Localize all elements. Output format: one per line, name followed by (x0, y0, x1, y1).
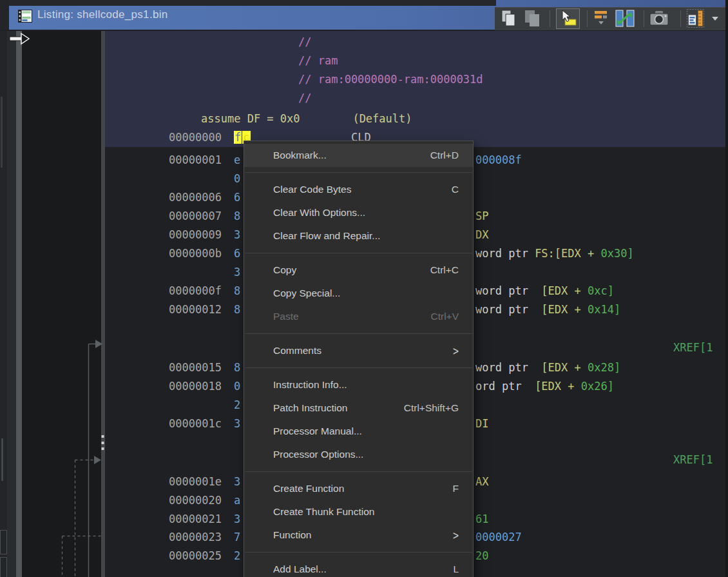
address-cell: 00000000 (169, 129, 222, 146)
menu-separator (244, 328, 473, 339)
menu-item-shortcut: Ctrl+V (431, 311, 459, 322)
menu-item-processor-options[interactable]: Processor Options... (244, 443, 473, 466)
snapshot-icon[interactable] (649, 10, 669, 28)
ghidra-listing-window: //// ram// ram:00000000-ram:0000031d//00… (0, 0, 728, 577)
menu-item-bookmark[interactable]: Bookmark...Ctrl+D (244, 144, 473, 167)
context-menu-items: Bookmark...Ctrl+DClear Code BytesCClear … (244, 144, 473, 577)
menu-item-label: Create Function (273, 483, 344, 494)
menu-item-label: Bookmark... (273, 150, 327, 161)
submenu-arrow-icon: > (453, 343, 459, 358)
menu-item-label: Clear With Options... (273, 207, 365, 219)
menu-item-label: Clear Flow and Repair... (273, 230, 380, 242)
menu-item-shortcut: Ctrl+Shift+G (404, 402, 459, 414)
cursor-highlight-icon (557, 9, 579, 28)
menu-item-label: Comments (273, 345, 321, 357)
menu-item-label: Copy (273, 264, 296, 276)
menu-item-clear-with-options[interactable]: Clear With Options... (244, 201, 473, 224)
menu-item-label: Instruction Info... (273, 379, 347, 391)
window-right-edge (725, 0, 728, 577)
menu-item-patch-instruction[interactable]: Patch InstructionCtrl+Shift+G (244, 396, 473, 420)
submenu-arrow-icon: > (453, 527, 459, 543)
window-title: Listing: shellcode_ps1.bin (37, 8, 168, 21)
menu-item-processor-manual[interactable]: Processor Manual... (244, 420, 473, 443)
menu-item-label: Patch Instruction (273, 402, 347, 414)
menu-item-label: Function (273, 529, 311, 541)
menu-item-comments[interactable]: Comments> (244, 339, 473, 362)
menu-item-create-function[interactable]: Create FunctionF (244, 477, 473, 500)
dropdown-arrow-icon[interactable] (711, 16, 719, 21)
menu-separator (244, 466, 473, 477)
menu-item-instruction-info[interactable]: Instruction Info... (244, 373, 473, 396)
paste-icon (523, 10, 544, 28)
menu-item-create-thunk-function[interactable]: Create Thunk Function (244, 500, 473, 523)
listing-icon (18, 10, 32, 23)
assume-row[interactable]: assume DF = 0x0 (Default) (0, 110, 725, 127)
menu-separator (244, 362, 473, 373)
menu-item-label: Add Label... (273, 563, 327, 575)
menu-item-copy-special[interactable]: Copy Special... (244, 282, 473, 305)
mouse-cursor-arrow-icon (8, 32, 30, 45)
assume-text: assume DF = 0x0 (Default) (201, 110, 412, 127)
copy-icon[interactable] (500, 10, 521, 28)
menu-item-label: Processor Options... (273, 449, 363, 460)
cursor-text-highlight-toggle[interactable] (556, 8, 580, 29)
menu-item-shortcut: F (453, 483, 459, 494)
menu-item-label: Processor Manual... (273, 425, 362, 437)
menu-item-clear-flow-and-repair[interactable]: Clear Flow and Repair... (244, 224, 473, 248)
menu-item-shortcut: L (453, 563, 459, 575)
menu-item-paste: PasteCtrl+V (244, 305, 473, 328)
menu-item-clear-code-bytes[interactable]: Clear Code BytesC (244, 178, 473, 201)
menu-item-shortcut: C (452, 184, 459, 195)
edit-fields-icon[interactable] (594, 10, 609, 27)
menu-item-label: Copy Special... (273, 288, 340, 299)
context-menu: Bookmark...Ctrl+DClear Code BytesCClear … (244, 141, 474, 577)
menu-item-shortcut: Ctrl+C (430, 264, 459, 276)
window-header: Listing: shellcode_ps1.bin (0, 0, 728, 30)
menu-separator (244, 248, 473, 259)
menu-item-shortcut: Ctrl+D (430, 150, 459, 161)
menu-separator (244, 547, 473, 558)
listing-display-icon[interactable] (687, 9, 705, 28)
diff-view-icon[interactable] (615, 9, 635, 28)
menu-item-copy[interactable]: CopyCtrl+C (244, 259, 473, 282)
menu-separator (244, 167, 473, 178)
menu-item-add-label[interactable]: Add Label...L (244, 558, 473, 577)
menu-item-label: Paste (273, 311, 299, 322)
menu-item-label: Create Thunk Function (273, 506, 374, 518)
menu-item-label: Clear Code Bytes (273, 184, 351, 195)
menu-item-function[interactable]: Function> (244, 523, 473, 547)
